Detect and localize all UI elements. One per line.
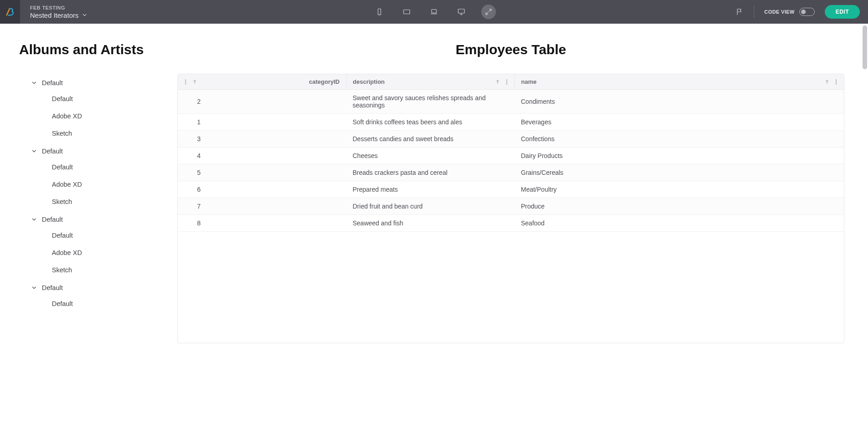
tree-leaf[interactable]: Default	[19, 158, 177, 176]
chevron-down-icon	[31, 80, 37, 86]
tree-leaf[interactable]: Adobe XD	[19, 107, 177, 125]
sort-asc-icon[interactable]	[824, 79, 830, 85]
code-view-toggle[interactable]: CODE VIEW	[764, 8, 815, 16]
tree-group-label: Default	[42, 148, 63, 155]
svg-rect-3	[432, 10, 437, 13]
tree-group-toggle[interactable]: Default	[19, 212, 177, 227]
right-column: Employees Table categoryID	[177, 42, 863, 343]
svg-point-8	[185, 80, 186, 81]
svg-rect-2	[404, 10, 410, 14]
device-laptop-button[interactable]	[427, 5, 441, 19]
svg-point-11	[506, 80, 507, 81]
tree-group-toggle[interactable]: Default	[19, 280, 177, 295]
chevron-down-icon	[31, 285, 37, 291]
cell-name: Seafood	[515, 215, 844, 232]
phone-icon	[375, 8, 384, 16]
albums-tree: DefaultDefaultAdobe XDSketchDefaultDefau…	[19, 76, 177, 312]
cell-categoryid: 6	[178, 181, 346, 198]
desktop-icon	[457, 8, 465, 16]
topbar-right: CODE VIEW EDIT	[736, 0, 868, 24]
cell-categoryid: 2	[178, 90, 346, 114]
device-phone-button[interactable]	[372, 5, 387, 19]
tablet-landscape-icon	[403, 8, 411, 16]
cell-description: Desserts candies and sweet breads	[346, 131, 515, 148]
table-row[interactable]: 4CheesesDairy Products	[178, 148, 844, 164]
tree-group-label: Default	[42, 216, 63, 223]
cell-name: Grains/Cereals	[515, 164, 844, 181]
column-header-description[interactable]: description	[346, 74, 515, 90]
cell-name: Condiments	[515, 90, 844, 114]
cell-name: Dairy Products	[515, 148, 844, 164]
laptop-icon	[430, 8, 438, 16]
tree-leaf[interactable]: Default	[19, 295, 177, 312]
column-menu-icon[interactable]	[182, 79, 189, 85]
column-label-name: name	[521, 78, 537, 85]
svg-point-12	[506, 82, 507, 82]
cell-description: Breads crackers pasta and cereal	[346, 164, 515, 181]
flag-icon[interactable]	[736, 8, 744, 16]
tree-group: DefaultDefault	[19, 280, 177, 312]
vertical-divider	[754, 6, 754, 18]
chevron-down-icon	[81, 12, 88, 18]
cell-description: Prepared meats	[346, 181, 515, 198]
device-fullscreen-button[interactable]	[481, 5, 496, 19]
device-tablet-button[interactable]	[399, 5, 414, 19]
tree-leaf[interactable]: Default	[19, 90, 177, 107]
app-logo[interactable]	[0, 0, 20, 24]
table-row[interactable]: 7Dried fruit and bean curdProduce	[178, 198, 844, 215]
preview-canvas: Albums and Artists DefaultDefaultAdobe X…	[0, 24, 868, 428]
tree-leaf[interactable]: Adobe XD	[19, 176, 177, 193]
cell-categoryid: 5	[178, 164, 346, 181]
code-view-label: CODE VIEW	[764, 9, 795, 15]
tree-leaf[interactable]: Adobe XD	[19, 244, 177, 261]
toggle-switch[interactable]	[799, 8, 815, 16]
table-row[interactable]: 1Soft drinks coffees teas beers and ales…	[178, 114, 844, 131]
tree-group: DefaultDefaultAdobe XDSketch	[19, 76, 177, 142]
tree-group-toggle[interactable]: Default	[19, 144, 177, 158]
device-preview-set	[372, 5, 496, 19]
tree-leaf[interactable]: Sketch	[19, 193, 177, 210]
svg-point-10	[185, 83, 186, 84]
column-label-desc: description	[353, 78, 385, 85]
sort-asc-icon[interactable]	[495, 79, 501, 85]
column-menu-icon[interactable]	[504, 79, 510, 85]
svg-point-14	[836, 80, 837, 81]
table-row[interactable]: 2Sweet and savory sauces relishes spread…	[178, 90, 844, 114]
table-row[interactable]: 8Seaweed and fishSeafood	[178, 215, 844, 232]
scrollbar-thumb[interactable]	[863, 25, 867, 69]
column-header-name[interactable]: name	[515, 74, 844, 90]
cell-description: Soft drinks coffees teas beers and ales	[346, 114, 515, 131]
page-name: Nested Iterators	[30, 11, 79, 19]
right-title: Employees Table	[177, 42, 844, 57]
sort-asc-icon[interactable]	[192, 79, 198, 85]
table-row[interactable]: 6Prepared meatsMeat/Poultry	[178, 181, 844, 198]
svg-point-16	[836, 83, 837, 84]
tree-group-label: Default	[42, 79, 63, 87]
breadcrumb-label: FEB TESTING	[30, 5, 88, 10]
chevron-down-icon	[31, 148, 37, 154]
column-menu-icon[interactable]	[833, 79, 839, 85]
cell-description: Seaweed and fish	[346, 215, 515, 232]
tree-group: DefaultDefaultAdobe XDSketch	[19, 212, 177, 279]
device-desktop-button[interactable]	[454, 5, 469, 19]
column-header-categoryid[interactable]: categoryID	[178, 74, 346, 90]
edit-button[interactable]: EDIT	[825, 5, 860, 19]
left-title: Albums and Artists	[19, 42, 177, 57]
table-row[interactable]: 3Desserts candies and sweet breadsConfec…	[178, 131, 844, 148]
cell-description: Dried fruit and bean curd	[346, 198, 515, 215]
cell-categoryid: 8	[178, 215, 346, 232]
tree-group: DefaultDefaultAdobe XDSketch	[19, 144, 177, 210]
cell-categoryid: 7	[178, 198, 346, 215]
tree-group-toggle[interactable]: Default	[19, 76, 177, 90]
cell-categoryid: 4	[178, 148, 346, 164]
expand-icon	[484, 8, 493, 16]
cell-categoryid: 1	[178, 114, 346, 131]
tree-leaf[interactable]: Sketch	[19, 125, 177, 142]
column-label-id: categoryID	[309, 78, 339, 85]
app-topbar: FEB TESTING Nested Iterators CODE VIEW E…	[0, 0, 868, 24]
svg-point-13	[506, 83, 507, 84]
tree-leaf[interactable]: Default	[19, 227, 177, 244]
table-row[interactable]: 5Breads crackers pasta and cerealGrains/…	[178, 164, 844, 181]
tree-leaf[interactable]: Sketch	[19, 261, 177, 279]
project-breadcrumb[interactable]: FEB TESTING Nested Iterators	[20, 5, 88, 19]
